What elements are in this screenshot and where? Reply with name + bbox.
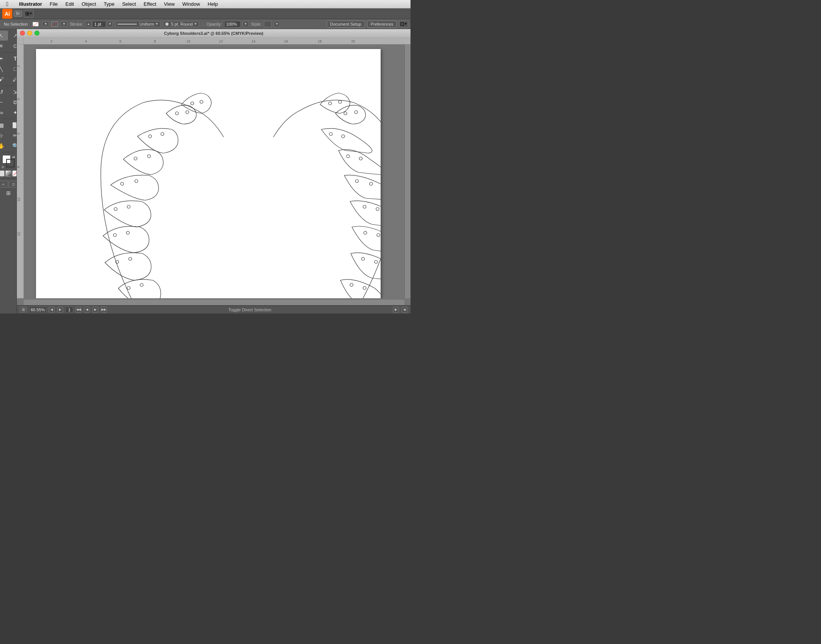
menu-view[interactable]: View [161,0,178,8]
type-tool-button[interactable]: T [8,54,17,64]
stroke-color-dropdown-button[interactable]: ▼ [61,21,67,26]
next-page-button[interactable]: ▶ [92,307,98,313]
maximize-button[interactable] [34,31,39,36]
artboard[interactable] [36,49,381,298]
rotate-tool-button[interactable]: ↺ [0,87,8,97]
hand-tool-button[interactable]: ✋ [0,141,8,151]
slice-tool-button[interactable]: ⊹ [0,131,8,141]
opacity-input[interactable] [224,21,240,27]
style-swatch[interactable] [264,21,271,27]
no-selection-label: No Selection [2,22,29,26]
symbol-spray-tool-button[interactable]: ✦ [8,108,17,118]
graph-tool-button[interactable]: ▦ [0,120,8,130]
bridge-button[interactable]: Br [14,10,22,17]
swap-colors-icon[interactable]: ⇄ [12,155,15,159]
warp-tool-button[interactable]: ~ [0,97,8,107]
canvas-settings-button[interactable]: ⊞ [20,307,27,312]
artboard-tool-button[interactable]: ⬜ [8,120,17,130]
free-transform-tool-button[interactable]: ⧉ [8,97,17,107]
menu-object[interactable]: Object [79,0,99,8]
status-bar: ⊞ ◀ ▶ ◀◀ ◀ ▶ ▶▶ Toggle Direct Selection … [17,305,410,314]
menu-help[interactable]: Help [204,0,221,8]
menu-type[interactable]: Type [101,0,118,8]
canvas-area[interactable]: 2 4 6 8 10 12 14 16 18 20 2 4 6 8 10 12 [17,38,410,305]
stroke-decrement-button[interactable]: ▲ [85,21,92,27]
preferences-button[interactable]: Preferences [367,21,397,28]
svg-point-45 [376,208,379,211]
rect-tool-button[interactable]: □ [8,64,17,74]
prev-page-button[interactable]: ◀ [84,307,90,313]
scale-tool-button[interactable]: ⇲ [8,87,17,97]
page-input[interactable] [65,307,73,313]
draw-normal-button[interactable]: ▭ [0,181,8,188]
vertical-scrollbar[interactable] [404,44,410,298]
eyedropper-tool-button[interactable]: ✏ [8,131,17,141]
horizontal-scrollbar[interactable] [24,299,404,305]
fill-color-indicator[interactable] [31,21,40,28]
svg-point-23 [126,231,129,234]
line-tool-button[interactable]: ╲ [0,64,8,74]
direct-selection-tool-button[interactable]: ↗ [8,31,17,41]
perspective-row: ⊞ [2,188,15,198]
app-name[interactable]: Illustrator [16,0,45,8]
stroke-profile-dropdown[interactable]: Uniform ▼ [115,21,160,27]
stroke-cap-dropdown[interactable]: 5 pt. Round ▼ [163,21,200,27]
lasso-tool-button[interactable]: ⊙ [8,41,17,51]
selection-tool-button[interactable]: ↖ [0,31,8,41]
zoom-decrement-button[interactable]: ◀ [49,307,55,313]
style-label: Style: [251,22,262,26]
fill-dropdown-button[interactable]: ▼ [42,21,49,26]
stroke-label: Stroke: [70,22,83,26]
ruler-mark: 14 [252,39,255,43]
stroke-weight-input[interactable] [92,21,106,27]
draw-behind-button[interactable]: ◫ [8,181,17,188]
solid-color-button[interactable] [0,170,5,177]
blend-tool-button[interactable]: ∞ [0,108,8,118]
stroke-color-box[interactable] [51,21,58,27]
stroke-swatch[interactable] [6,159,15,167]
ruler-mark: 6 [119,39,121,43]
svg-point-47 [377,234,380,237]
menu-file[interactable]: File [47,0,61,8]
document-setup-button[interactable]: Document Setup [327,21,365,28]
none-button[interactable] [12,170,17,177]
svg-point-43 [370,182,373,185]
last-page-button[interactable]: ▶▶ [101,307,107,313]
magic-wand-tool-button[interactable]: ✳ [0,41,8,51]
brush-tool-button[interactable]: 🖌 [0,74,8,84]
svg-point-38 [329,132,332,136]
menu-edit[interactable]: Edit [62,0,77,8]
menu-window[interactable]: Window [179,0,203,8]
menu-effect[interactable]: Effect [141,0,159,8]
svg-point-18 [121,182,124,185]
expand-button[interactable]: ▶ [393,307,399,313]
change-screen-button[interactable]: ⊞ [2,188,15,198]
svg-point-16 [134,157,137,160]
divider-3 [2,119,15,119]
collapse-button[interactable]: ◀ [401,307,407,313]
pen-tool-button[interactable]: ✒ [0,54,8,64]
arrange-button[interactable]: ⊡ ▼ [399,21,408,28]
stroke-increment-button[interactable]: ▼ [107,21,113,27]
menu-select[interactable]: Select [119,0,139,8]
svg-point-39 [342,135,345,138]
style-dropdown-button[interactable]: ▼ [274,21,280,27]
minimize-button[interactable] [27,31,32,36]
zoom-increment-button[interactable]: ▶ [57,307,63,313]
opacity-decrement-button[interactable]: ▼ [243,21,249,27]
view-mode-button[interactable]: ⊞ ▼ [24,10,34,18]
gradient-button[interactable] [5,170,11,177]
window-controls [20,31,39,36]
ruler-mark: 6 [17,132,20,134]
divider-5 [2,178,15,179]
close-button[interactable] [20,31,25,36]
blob-brush-tool-button[interactable]: 🖊 [8,74,17,84]
svg-point-50 [350,283,353,286]
apple-menu[interactable]:  [3,0,11,8]
first-page-button[interactable]: ◀◀ [75,307,82,313]
zoom-tool-button[interactable]: 🔍 [8,141,17,151]
ruler-mark: 8 [17,166,20,168]
zoom-input[interactable] [29,307,46,313]
default-colors-icon[interactable]: ⊟ [2,165,4,169]
svg-point-26 [127,286,130,289]
